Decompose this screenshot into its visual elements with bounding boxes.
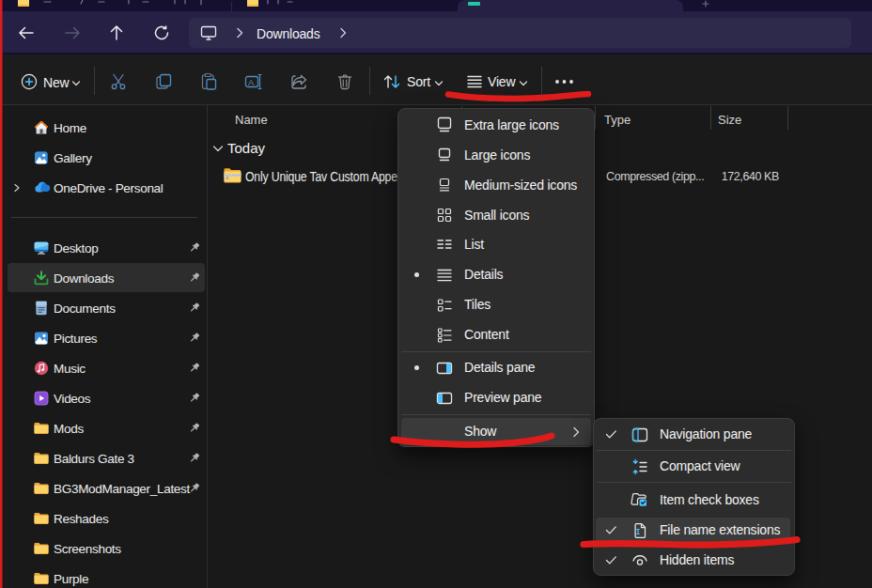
svg-text:A: A — [248, 77, 255, 87]
